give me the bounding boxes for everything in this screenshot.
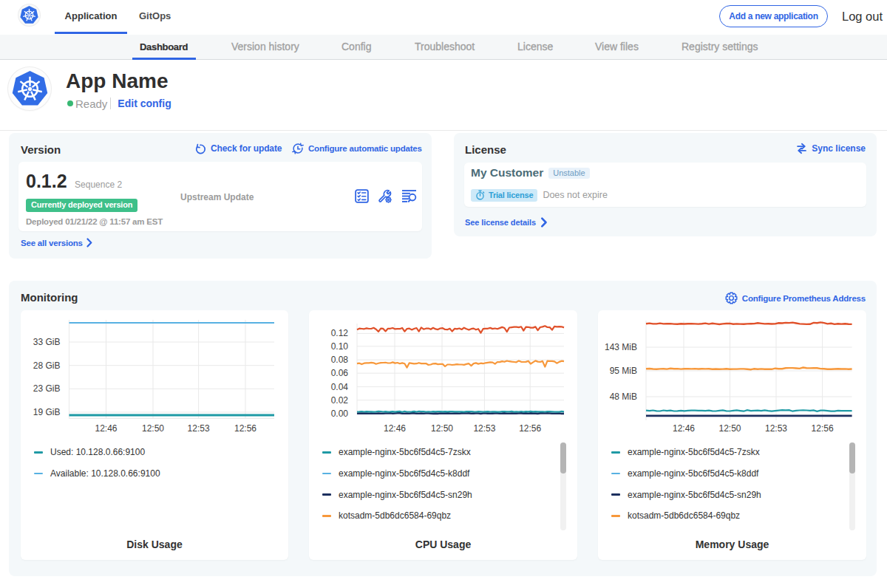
svg-text:12:50: 12:50 <box>431 423 453 434</box>
svg-text:12:46: 12:46 <box>384 423 406 434</box>
svg-text:33 GiB: 33 GiB <box>33 337 61 347</box>
svg-text:23 GiB: 23 GiB <box>33 383 61 394</box>
svg-text:0.12: 0.12 <box>331 328 349 338</box>
svg-text:12:50: 12:50 <box>718 423 741 434</box>
svg-text:12:53: 12:53 <box>765 423 787 434</box>
svg-text:12:53: 12:53 <box>188 423 210 434</box>
svg-text:12:53: 12:53 <box>473 423 495 434</box>
svg-text:95 MiB: 95 MiB <box>610 366 637 376</box>
svg-text:12:46: 12:46 <box>673 423 695 434</box>
svg-text:0.06: 0.06 <box>331 368 349 378</box>
svg-text:0.08: 0.08 <box>331 355 349 365</box>
svg-text:12:56: 12:56 <box>234 423 256 434</box>
svg-text:0.02: 0.02 <box>331 395 349 406</box>
svg-text:12:46: 12:46 <box>95 423 117 434</box>
svg-text:0.00: 0.00 <box>331 408 349 419</box>
svg-text:48 MiB: 48 MiB <box>610 392 637 402</box>
svg-text:28 GiB: 28 GiB <box>33 360 61 371</box>
svg-text:12:56: 12:56 <box>812 423 834 434</box>
svg-text:0.10: 0.10 <box>331 341 349 352</box>
svg-text:12:56: 12:56 <box>519 423 541 434</box>
svg-text:143 MiB: 143 MiB <box>605 342 637 352</box>
svg-text:19 GiB: 19 GiB <box>33 407 61 417</box>
svg-text:12:50: 12:50 <box>142 423 164 434</box>
svg-text:0.04: 0.04 <box>331 382 349 392</box>
